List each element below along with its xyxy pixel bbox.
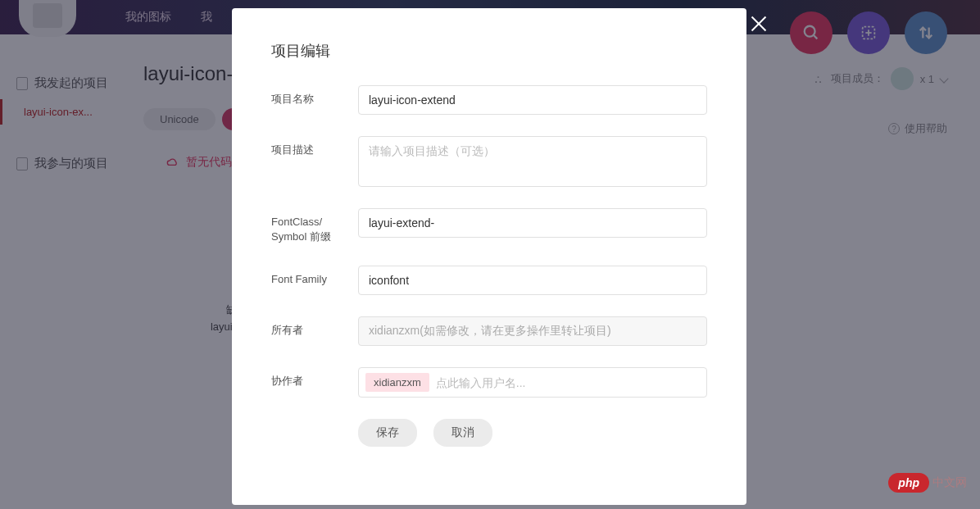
label-font-family: Font Family xyxy=(271,266,358,287)
modal-title: 项目编辑 xyxy=(271,41,707,61)
input-owner xyxy=(358,316,707,346)
input-project-name[interactable] xyxy=(358,85,707,115)
label-owner: 所有者 xyxy=(271,316,358,338)
collaborator-tag[interactable]: xidianzxm xyxy=(365,373,429,392)
php-text: 中文网 xyxy=(932,475,967,490)
input-prefix[interactable] xyxy=(358,208,707,238)
input-project-desc[interactable] xyxy=(358,136,707,187)
label-prefix: FontClass/ Symbol 前缀 xyxy=(271,208,358,244)
label-collaborator: 协作者 xyxy=(271,367,358,389)
project-edit-modal: 项目编辑 项目名称 项目描述 FontClass/ Symbol 前缀 Font… xyxy=(232,8,746,505)
input-collaborator[interactable] xyxy=(436,376,700,389)
cancel-button[interactable]: 取消 xyxy=(433,419,492,447)
input-font-family[interactable] xyxy=(358,266,707,295)
php-pill: php xyxy=(888,473,929,493)
close-button[interactable] xyxy=(746,12,771,37)
label-project-desc: 项目描述 xyxy=(271,136,358,157)
collaborator-box[interactable]: xidianzxm xyxy=(358,367,707,398)
php-watermark: php 中文网 xyxy=(888,473,967,493)
save-button[interactable]: 保存 xyxy=(358,419,417,447)
label-project-name: 项目名称 xyxy=(271,85,358,107)
